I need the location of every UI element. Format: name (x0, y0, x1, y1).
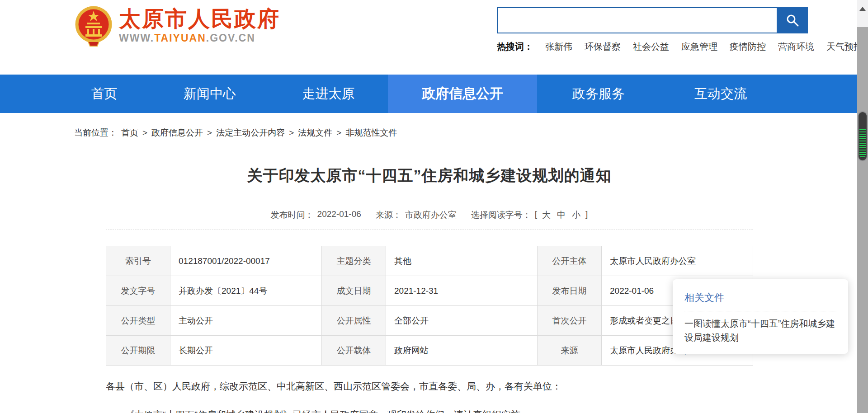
hot-search-label: 热搜词： (497, 41, 533, 53)
page-title: 关于印发太原市“十四五”住房和城乡建设规划的通知 (106, 165, 753, 186)
fontsize-label: 选择阅读字号： (471, 209, 531, 221)
cell-label: 成文日期 (322, 276, 386, 306)
cell-label: 发布日期 (538, 276, 602, 306)
search-box (497, 7, 808, 33)
dashed-divider (106, 230, 753, 230)
table-row: 发文字号 并政办发〔2021〕44号 成文日期 2021-12-31 发布日期 … (106, 276, 753, 306)
site-url: WWW.TAIYUAN.GOV.CN (119, 32, 280, 44)
hot-keyword[interactable]: 社会公益 (633, 41, 669, 53)
search-input[interactable] (497, 7, 777, 33)
scroll-up-icon (859, 7, 866, 11)
cell-value: 全部公开 (386, 306, 538, 336)
hot-keyword[interactable]: 张新伟 (545, 41, 572, 53)
cell-label: 发文字号 (106, 276, 170, 306)
site-name: 太原市人民政府 (119, 6, 280, 31)
nav-item-home[interactable]: 首页 (58, 75, 151, 113)
article-meta: 发布时间： 2022-01-06 来源： 市政府办公室 选择阅读字号： [ 大 … (106, 209, 753, 221)
cell-label: 首次公开 (538, 306, 602, 336)
hot-keyword[interactable]: 应急管理 (681, 41, 717, 53)
cell-label: 公开期限 (106, 336, 170, 366)
cell-value: 太原市人民政府办公室 (602, 246, 753, 276)
cell-value: 政府网站 (386, 336, 538, 366)
breadcrumb-item[interactable]: 非规范性文件 (345, 127, 397, 139)
nav-item-interaction[interactable]: 互动交流 (660, 75, 781, 113)
related-file-link[interactable]: 一图读懂太原市“十四五”住房和城乡建设局建设规划 (684, 317, 836, 345)
hot-keyword[interactable]: 环保督察 (585, 41, 621, 53)
breadcrumb-item[interactable]: 法定主动公开内容 (216, 127, 285, 139)
national-emblem-icon (75, 4, 113, 47)
search-icon (786, 14, 799, 27)
hot-keyword[interactable]: 疫情防控 (730, 41, 766, 53)
cell-label: 公开主体 (538, 246, 602, 276)
fontsize-medium-button[interactable]: 中 (557, 209, 566, 221)
body-paragraph-intro: 《太原市“十四五”住房和城乡建设规划》已经市人民政府同意，现印发给你们，请认真组… (106, 407, 753, 413)
cell-value: 主动公开 (170, 306, 322, 336)
popup-divider (684, 311, 836, 311)
main-nav: 首页 新闻中心 走进太原 政府信息公开 政务服务 互动交流 (0, 75, 858, 113)
nav-item-gov-services[interactable]: 政务服务 (537, 75, 660, 113)
source-label: 来源： (376, 209, 401, 221)
scrollbar-thumb-stripes (859, 129, 866, 158)
table-row: 公开类型 主动公开 公开属性 全部公开 首次公开 形成或者变更之日 (106, 306, 753, 336)
hot-keyword[interactable]: 营商环境 (778, 41, 814, 53)
breadcrumb: 当前位置： 首页 > 政府信息公开 > 法定主动公开内容 > 法规文件 > 非规… (74, 127, 397, 139)
breadcrumb-separator: > (207, 128, 212, 138)
fontsize-bracket-open: [ (535, 209, 537, 221)
cell-label: 来源 (538, 336, 602, 366)
body-paragraph-salutation: 各县（市、区）人民政府，综改示范区、中北高新区、西山示范区管委会，市直各委、局、… (106, 379, 753, 394)
cell-label: 索引号 (106, 246, 170, 276)
breadcrumb-item[interactable]: 政府信息公开 (151, 127, 203, 139)
table-row: 索引号 012187001/2022-00017 主题分类 其他 公开主体 太原… (106, 246, 753, 276)
nav-item-gov-info-disclosure[interactable]: 政府信息公开 (388, 75, 537, 113)
fontsize-small-button[interactable]: 小 (572, 209, 580, 221)
scrollbar-up-button[interactable] (857, 0, 868, 27)
breadcrumb-separator: > (336, 128, 341, 138)
cell-label: 公开类型 (106, 306, 170, 336)
breadcrumb-item[interactable]: 法规文件 (298, 127, 332, 139)
site-logo[interactable]: 太原市人民政府 WWW.TAIYUAN.GOV.CN (75, 4, 280, 47)
hot-search-row: 热搜词： 张新伟 环保督察 社会公益 应急管理 疫情防控 营商环境 天气预报 (497, 41, 863, 53)
cell-label: 公开属性 (322, 306, 386, 336)
breadcrumb-item[interactable]: 首页 (121, 127, 138, 139)
publish-time-value: 2022-01-06 (317, 209, 361, 221)
cell-value: 长期公开 (170, 336, 322, 366)
breadcrumb-separator: > (289, 128, 294, 138)
table-row: 公开期限 长期公开 公开载体 政府网站 来源 太原市人民政府办公室 (106, 336, 753, 366)
fontsize-bracket-close: ] (585, 209, 588, 221)
cell-label: 主题分类 (322, 246, 386, 276)
breadcrumb-separator: > (142, 128, 147, 138)
page: 太原市人民政府 WWW.TAIYUAN.GOV.CN 热搜词： 张新伟 环保督察… (0, 0, 868, 413)
cell-value: 其他 (386, 246, 538, 276)
cell-value: 2021-12-31 (386, 276, 538, 306)
nav-item-news[interactable]: 新闻中心 (151, 75, 269, 113)
search-button[interactable] (777, 7, 808, 33)
cell-label: 公开载体 (322, 336, 386, 366)
related-files-title: 相关文件 (684, 291, 836, 305)
publish-time-label: 发布时间： (271, 209, 314, 221)
cell-value: 并政办发〔2021〕44号 (170, 276, 322, 306)
document-info-table: 索引号 012187001/2022-00017 主题分类 其他 公开主体 太原… (106, 246, 753, 366)
scrollbar-track[interactable] (857, 0, 868, 413)
nav-item-about-taiyuan[interactable]: 走进太原 (269, 75, 388, 113)
breadcrumb-label: 当前位置： (74, 127, 117, 139)
source-value: 市政府办公室 (405, 209, 457, 221)
related-files-popup: 相关文件 一图读懂太原市“十四五”住房和城乡建设局建设规划 (673, 279, 848, 354)
cell-value: 012187001/2022-00017 (170, 246, 322, 276)
scrollbar-thumb[interactable] (859, 112, 867, 160)
fontsize-large-button[interactable]: 大 (542, 209, 551, 221)
